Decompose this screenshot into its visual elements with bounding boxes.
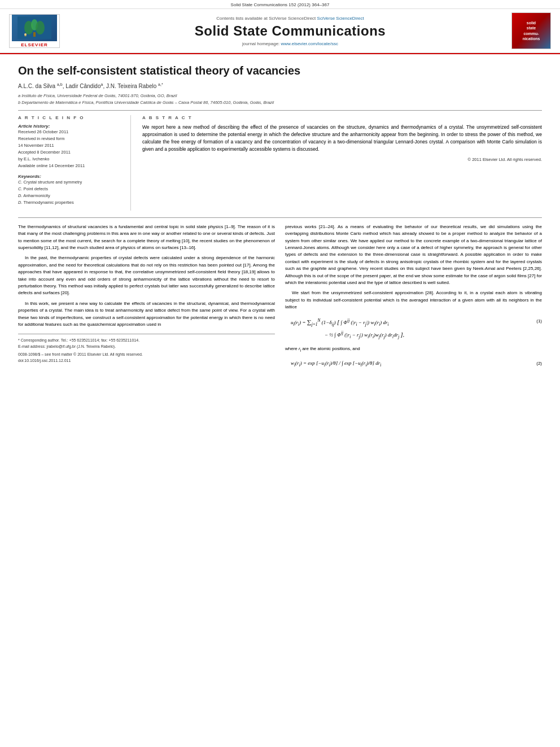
body-para-r1: previous works [21–24]. As a means of ev… bbox=[285, 224, 542, 287]
doi-text: doi:10.1016/j.ssc.2011.12.011 bbox=[18, 358, 275, 364]
article-info-left: A R T I C L E I N F O Article history: R… bbox=[18, 115, 131, 211]
left-column: The thermodynamics of structural vacanci… bbox=[18, 224, 275, 375]
article-info-row: A R T I C L E I N F O Article history: R… bbox=[18, 115, 542, 211]
right-column: previous works [21–24]. As a means of ev… bbox=[285, 224, 542, 375]
sciverse-link[interactable]: SciVerse ScienceDirect bbox=[317, 16, 364, 21]
equation-1-content: ui(ri) = ∑j=1N (1−δij) [ ∫ Φij (|ri − rj… bbox=[285, 316, 525, 342]
body-para-r2: We start from the unsymmetrized self-con… bbox=[285, 290, 542, 311]
article-title: On the self-consistent statistical theor… bbox=[18, 63, 542, 78]
sciverse-line: Contents lists available at SciVerse Sci… bbox=[69, 16, 511, 21]
footnote-star: * Corresponding author. Tel.: +55 623521… bbox=[18, 338, 275, 344]
elsevier-logo: ELSEVIER bbox=[9, 14, 60, 48]
svg-point-3 bbox=[36, 21, 45, 34]
journal-thumbnail: solid state commu- nications bbox=[511, 12, 551, 49]
body-para-1: The thermodynamics of structural vacanci… bbox=[18, 224, 275, 252]
authors-line: A.L.C. da Silva a,b, Ladir Cândidoa, J.N… bbox=[18, 82, 542, 89]
affiliation-a: a Instituto de Física, Universidade Fede… bbox=[18, 93, 542, 99]
equation-2-number: (2) bbox=[525, 358, 542, 367]
history-label: Article history: bbox=[18, 124, 124, 129]
journal-citation: Solid State Communications 152 (2012) 36… bbox=[231, 2, 330, 7]
journal-homepage: journal homepage: www.elsevier.com/locat… bbox=[69, 41, 511, 46]
issn-text: 0038-1098/$ – see front matter © 2011 El… bbox=[18, 352, 275, 358]
abstract-section: A B S T R A C T We report here a new met… bbox=[142, 115, 542, 211]
elsevier-wordmark: ELSEVIER bbox=[21, 42, 48, 47]
author2: Ladir Cândidoa bbox=[65, 83, 103, 89]
journal-top-bar: Solid State Communications 152 (2012) 36… bbox=[0, 0, 560, 8]
keyword-1: C. Crystal structure and symmetry bbox=[18, 179, 124, 186]
keywords-block: Keywords: C. Crystal structure and symme… bbox=[18, 174, 124, 206]
keywords-label: Keywords: bbox=[18, 174, 124, 179]
journal-banner: ELSEVIER Contents lists available at Sci… bbox=[0, 8, 560, 53]
abstract-text: We report here a new method of describin… bbox=[142, 124, 542, 154]
elsevier-logo-image bbox=[12, 15, 57, 41]
homepage-url[interactable]: www.elsevier.com/locate/ssc bbox=[281, 41, 338, 46]
where-text: where ri are the atomic positions, and bbox=[285, 346, 542, 353]
main-text-columns: The thermodynamics of structural vacanci… bbox=[18, 224, 542, 375]
keyword-4: D. Thermodynamic properties bbox=[18, 199, 124, 206]
received1: Received 26 October 2011 bbox=[18, 129, 124, 136]
body-para-2: In the past, the thermodynamic propertie… bbox=[18, 255, 275, 296]
author1: A.L.C. da Silva a,b bbox=[18, 83, 63, 89]
divider-2 bbox=[18, 217, 542, 218]
article-info-label: A R T I C L E I N F O bbox=[18, 115, 124, 120]
accepted: Accepted 8 December 2011 bbox=[18, 149, 124, 156]
abstract-label: A B S T R A C T bbox=[142, 115, 542, 120]
equation-2-content: wi(ri) = exp [−ui(ri)/θ] / ∫ exp [−ui(ri… bbox=[285, 358, 525, 370]
footnote-email: E-mail address: jrabelo@if.ufg.br (J.N. … bbox=[18, 344, 275, 350]
journal-center: Contents lists available at SciVerse Sci… bbox=[69, 16, 511, 46]
keyword-3: D. Anharmonicity bbox=[18, 193, 124, 199]
affiliation-b: b Departamento de Matemática e Física, P… bbox=[18, 99, 542, 106]
copyright-line: © 2011 Elsevier Ltd. All rights reserved… bbox=[142, 157, 542, 162]
equation-2: wi(ri) = exp [−ui(ri)/θ] / ∫ exp [−ui(ri… bbox=[285, 358, 542, 370]
journal-header: Solid State Communications 152 (2012) 36… bbox=[0, 0, 560, 54]
affiliations: a Instituto de Física, Universidade Fede… bbox=[18, 93, 542, 106]
footnote-area: * Corresponding author. Tel.: +55 623521… bbox=[18, 334, 275, 350]
available-online: Available online 14 December 2011 bbox=[18, 163, 124, 169]
accepted-by: by E.L. Ivchenko bbox=[18, 156, 124, 163]
equation-1: ui(ri) = ∑j=1N (1−δij) [ ∫ Φij (|ri − rj… bbox=[285, 316, 542, 342]
journal-title: Solid State Communications bbox=[69, 23, 511, 39]
equation-1-number: (1) bbox=[525, 316, 542, 325]
body-para-3: In this work, we present a new way to ca… bbox=[18, 300, 275, 329]
keyword-2: C. Point defects bbox=[18, 186, 124, 193]
svg-point-5 bbox=[24, 33, 27, 36]
article-history: Article history: Received 26 October 201… bbox=[18, 124, 124, 169]
received2: 14 November 2011 bbox=[18, 142, 124, 149]
article-body: On the self-consistent statistical theor… bbox=[0, 54, 560, 386]
received-revised: Received in revised form bbox=[18, 136, 124, 142]
divider-1 bbox=[18, 110, 542, 111]
svg-rect-4 bbox=[33, 32, 36, 37]
author3: J.N. Teixeira Rabelo a,* bbox=[106, 83, 163, 89]
issn-line: 0038-1098/$ – see front matter © 2011 El… bbox=[18, 352, 275, 364]
